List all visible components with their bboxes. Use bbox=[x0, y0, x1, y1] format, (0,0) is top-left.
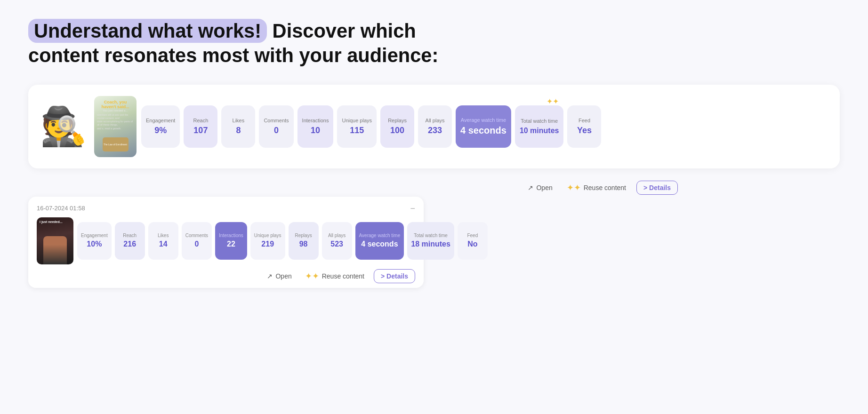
stat-value-row1-6: 100 bbox=[390, 126, 404, 135]
stat-label-row1-7: All plays bbox=[426, 118, 445, 124]
stat-card-row1-0: Engagement9% bbox=[141, 105, 180, 148]
stat-value-row1-5: 115 bbox=[350, 126, 364, 135]
thumb2-person bbox=[43, 236, 67, 264]
stat-card-row2-0: Engagement10% bbox=[77, 222, 112, 260]
stat-value-row2-9: 18 minutes bbox=[411, 240, 450, 248]
stat-card-row1-4: Interactions10 bbox=[297, 105, 334, 148]
stat-card-row2-10: FeedNo bbox=[458, 222, 488, 260]
details-button-2[interactable]: > Details bbox=[374, 269, 415, 283]
reuse-button-2[interactable]: ✦✦ Reuse content bbox=[301, 269, 368, 283]
stat-card-row2-5: Unique plays219 bbox=[250, 222, 285, 260]
stat-value-row1-0: 9% bbox=[154, 126, 167, 135]
open-icon-1: ↗ bbox=[528, 184, 533, 191]
stat-label-row2-4: Interactions bbox=[219, 233, 243, 239]
stat-value-row2-1: 216 bbox=[123, 240, 136, 248]
stat-card-row2-1: Reach216 bbox=[115, 222, 145, 260]
stat-card-row2-6: Replays98 bbox=[289, 222, 319, 260]
stat-label-row1-10: Feed bbox=[579, 118, 590, 124]
open-label-2: Open bbox=[275, 272, 291, 280]
stat-card-row1-9: ✦✦Total watch time10 minutes bbox=[515, 105, 564, 148]
stats-group-2: Engagement10%Reach216Likes14Comments0Int… bbox=[77, 222, 462, 260]
stat-card-row2-8: Average watch time4 seconds bbox=[355, 222, 404, 260]
stat-value-row1-2: 8 bbox=[236, 126, 241, 135]
stat-value-row2-5: 219 bbox=[261, 240, 274, 248]
minimize-button[interactable]: − bbox=[410, 204, 415, 213]
stat-card-row1-2: Likes8 bbox=[221, 105, 255, 148]
stat-value-row2-7: 523 bbox=[330, 240, 343, 248]
thumb-top-text: Coach, you haven't said... bbox=[97, 100, 134, 109]
stat-label-row2-2: Likes bbox=[158, 233, 169, 239]
details-button-1[interactable]: > Details bbox=[636, 181, 678, 195]
stat-value-row2-4: 22 bbox=[227, 240, 235, 248]
stat-card-row1-5: Unique plays115 bbox=[337, 105, 377, 148]
stat-value-row1-3: 0 bbox=[274, 126, 279, 135]
stat-value-row2-0: 10% bbox=[87, 240, 102, 248]
stat-label-row2-5: Unique plays bbox=[254, 233, 281, 239]
open-button-2[interactable]: ↗ Open bbox=[263, 271, 295, 282]
stat-value-row1-10: Yes bbox=[577, 126, 592, 135]
actions-row-1: ↗ Open ✦✦ Reuse content > Details bbox=[28, 176, 678, 197]
reuse-label-1: Reuse content bbox=[584, 184, 626, 191]
thumb-sub-text: You just needed a... bbox=[97, 109, 134, 112]
row2-inner: I just needed... Engagement10%Reach216Li… bbox=[37, 217, 415, 264]
stat-card-row1-1: Reach107 bbox=[184, 105, 217, 148]
stat-value-row2-3: 0 bbox=[194, 240, 199, 248]
stat-value-row2-8: 4 seconds bbox=[361, 240, 398, 248]
stat-value-row1-9: 10 minutes bbox=[520, 127, 559, 135]
stat-value-row1-4: 10 bbox=[311, 126, 320, 135]
stat-value-row2-10: No bbox=[467, 240, 477, 248]
stat-label-row1-0: Engagement bbox=[146, 118, 175, 124]
timestamped-row-2: 16-07-2024 01:58 − I just needed... Enga… bbox=[28, 197, 424, 288]
stat-label-row1-8: Average watch time bbox=[461, 117, 506, 123]
stat-label-row2-8: Average watch time bbox=[359, 233, 401, 239]
reuse-label-2: Reuse content bbox=[322, 272, 364, 280]
stat-label-row1-9: Total watch time bbox=[521, 118, 558, 124]
headline-highlight: Understand what works! bbox=[28, 19, 267, 43]
reuse-button-1[interactable]: ✦✦ Reuse content bbox=[563, 181, 630, 195]
stat-card-row2-9: Total watch time18 minutes bbox=[407, 222, 454, 260]
stat-label-row1-2: Likes bbox=[233, 118, 245, 124]
timestamp-label: 16-07-2024 01:58 bbox=[37, 205, 85, 212]
stat-value-row1-8: 4 seconds bbox=[460, 125, 506, 136]
stats-group-1: Engagement9%Reach107Likes8Comments0Inter… bbox=[141, 105, 601, 148]
thumbnail-1[interactable]: Coach, you haven't said... You just need… bbox=[94, 96, 137, 157]
detective-avatar: 🕵️ bbox=[38, 96, 89, 157]
stat-card-row2-2: Likes14 bbox=[148, 222, 178, 260]
thumbnail-2[interactable]: I just needed... bbox=[37, 217, 73, 264]
stat-card-row1-10: FeedYes bbox=[567, 105, 601, 148]
stat-label-row1-1: Reach bbox=[193, 118, 208, 124]
stat-label-row2-10: Feed bbox=[467, 233, 478, 239]
stat-label-row2-6: Replays bbox=[295, 233, 312, 239]
stat-label-row2-0: Engagement bbox=[81, 233, 108, 239]
stat-card-row1-6: Replays100 bbox=[380, 105, 414, 148]
open-label-1: Open bbox=[536, 184, 552, 191]
details-label-2: > Details bbox=[381, 272, 408, 280]
stat-value-row1-7: 233 bbox=[428, 126, 442, 135]
stat-card-row2-4: Interactions22 bbox=[215, 222, 247, 260]
stat-value-row1-1: 107 bbox=[193, 126, 208, 135]
sparkle-icon-2: ✦✦ bbox=[305, 271, 319, 281]
details-label-1: > Details bbox=[643, 184, 671, 191]
stat-card-row1-8: Average watch time4 seconds bbox=[456, 105, 511, 148]
timestamp-bar: 16-07-2024 01:58 − bbox=[37, 204, 415, 213]
stat-card-row1-3: Comments0 bbox=[259, 105, 293, 148]
sparkle-decoration: ✦✦ bbox=[547, 97, 559, 106]
stat-label-row2-1: Reach bbox=[123, 233, 137, 239]
stat-value-row2-2: 14 bbox=[159, 240, 168, 248]
stat-label-row1-4: Interactions bbox=[302, 118, 329, 124]
detective-emoji: 🕵️ bbox=[40, 108, 87, 145]
stat-label-row1-6: Replays bbox=[388, 118, 407, 124]
stat-label-row1-3: Comments bbox=[264, 118, 289, 124]
sparkle-icon-1: ✦✦ bbox=[567, 183, 581, 193]
stat-card-row1-7: All plays233 bbox=[418, 105, 452, 148]
stat-card-row2-3: Comments0 bbox=[182, 222, 212, 260]
thumb2-label: I just needed... bbox=[40, 220, 63, 223]
stat-label-row2-3: Comments bbox=[185, 233, 208, 239]
stat-label-row2-9: Total watch time bbox=[414, 233, 448, 239]
open-icon-2: ↗ bbox=[267, 272, 273, 280]
stat-card-row2-7: All plays523 bbox=[322, 222, 352, 260]
actions-row-2: ↗ Open ✦✦ Reuse content > Details bbox=[37, 269, 415, 283]
content-row-1: 🕵️ Coach, you haven't said... You just n… bbox=[28, 85, 840, 168]
open-button-1[interactable]: ↗ Open bbox=[524, 182, 556, 193]
page-headline: Understand what works! Discover which co… bbox=[28, 19, 452, 68]
